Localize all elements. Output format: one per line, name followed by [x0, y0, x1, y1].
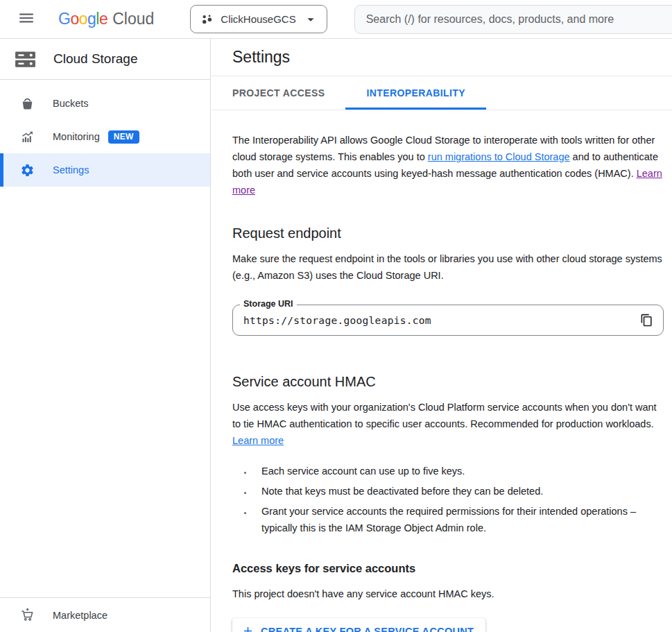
sidebar-item-label: Marketplace: [53, 610, 107, 621]
hmac-bullet-list: Each service account can use up to five …: [232, 463, 664, 536]
sidebar-item-label: Monitoring: [53, 131, 100, 142]
sidebar-item-marketplace[interactable]: Marketplace: [0, 597, 210, 632]
logo-cloud-text: Cloud: [112, 10, 154, 28]
request-endpoint-heading: Request endpoint: [232, 225, 664, 241]
sidebar-item-label: Buckets: [53, 98, 89, 109]
learn-more-link-service-hmac[interactable]: Learn more: [232, 435, 284, 446]
sidebar: Cloud Storage Buckets: [0, 39, 211, 632]
sidebar-product-header: Cloud Storage: [0, 39, 210, 80]
sidebar-title: Cloud Storage: [53, 51, 137, 67]
logo-letter: g: [87, 10, 96, 28]
storage-uri-value: https://storage.googleapis.com: [243, 315, 637, 326]
page-title: Settings: [232, 48, 290, 67]
storage-uri-label: Storage URI: [240, 299, 297, 309]
gear-icon: [19, 163, 35, 178]
access-keys-heading: Access keys for service accounts: [232, 562, 664, 575]
list-item: Grant your service accounts the required…: [253, 503, 664, 536]
monitoring-chart-icon: [19, 130, 35, 144]
create-key-button[interactable]: CREATE A KEY FOR A SERVICE ACCOUNT: [232, 618, 485, 632]
new-badge: NEW: [108, 130, 139, 144]
page-header: Settings: [212, 39, 672, 76]
list-item: Each service account can use up to five …: [253, 463, 664, 479]
storage-uri-field[interactable]: Storage URI https://storage.googleapis.c…: [232, 305, 664, 336]
run-migrations-link[interactable]: run migrations to Cloud Storage: [428, 151, 570, 162]
tab-project-access[interactable]: PROJECT ACCESS: [212, 76, 345, 110]
bucket-icon: [19, 96, 35, 111]
copy-button[interactable]: [637, 311, 656, 330]
search-input[interactable]: [355, 13, 672, 26]
project-dots-icon: [200, 13, 214, 26]
tab-panel-interoperability: The Interoperability API allows Google C…: [212, 110, 672, 632]
top-bar: G o o g l e Cloud ClickHouseGCS: [0, 0, 672, 39]
hmac-text: Use access keys with your organization's…: [232, 402, 657, 429]
project-name: ClickHouseGCS: [221, 13, 295, 25]
plus-icon: [241, 624, 255, 632]
tab-bar: PROJECT ACCESS INTEROPERABILITY: [212, 76, 672, 110]
logo-letter: e: [99, 10, 107, 28]
access-keys-empty-text: This project doesn't have any service ac…: [232, 586, 664, 602]
sidebar-item-label: Settings: [53, 164, 89, 176]
list-item: Note that keys must be deactivated befor…: [253, 483, 664, 499]
logo-letter: o: [70, 10, 78, 28]
sidebar-nav: Buckets Monitoring NEW: [0, 80, 210, 187]
create-key-button-label: CREATE A KEY FOR A SERVICE ACCOUNT: [261, 626, 474, 632]
cloud-storage-icon: [13, 48, 37, 71]
intro-paragraph: The Interoperability API allows Google C…: [232, 132, 664, 198]
tab-interoperability[interactable]: INTEROPERABILITY: [345, 76, 486, 110]
chevron-down-icon: [303, 12, 318, 27]
service-account-hmac-heading: Service account HMAC: [232, 374, 664, 390]
sidebar-item-buckets[interactable]: Buckets: [0, 87, 210, 120]
request-endpoint-paragraph: Make sure the request endpoint in the to…: [232, 250, 664, 284]
menu-button[interactable]: [17, 10, 35, 28]
sidebar-item-monitoring[interactable]: Monitoring NEW: [0, 120, 210, 153]
google-cloud-logo[interactable]: G o o g l e Cloud: [58, 10, 154, 28]
hamburger-icon: [17, 9, 35, 29]
service-account-hmac-paragraph: Use access keys with your organization's…: [232, 399, 664, 449]
main-content: Settings PROJECT ACCESS INTEROPERABILITY…: [212, 39, 672, 632]
copy-icon: [640, 314, 653, 327]
sidebar-item-settings[interactable]: Settings: [0, 153, 210, 187]
marketplace-cart-icon: [19, 607, 35, 623]
logo-letter: G: [58, 10, 70, 28]
logo-letter: o: [79, 10, 87, 28]
search-bar[interactable]: [354, 5, 672, 34]
project-selector[interactable]: ClickHouseGCS: [190, 5, 327, 33]
